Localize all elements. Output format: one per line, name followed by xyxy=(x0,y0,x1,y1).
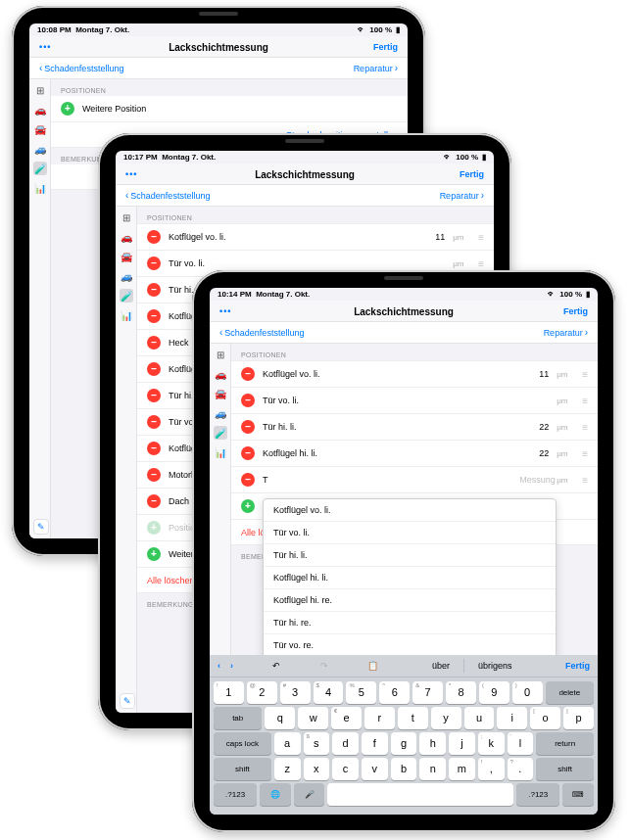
key-o[interactable]: [o xyxy=(530,707,560,729)
sidebar-icon-1[interactable]: ⊞ xyxy=(120,210,133,224)
key-i[interactable]: i xyxy=(497,707,527,729)
sidebar-icon-5[interactable]: 🧪 xyxy=(33,162,47,175)
key-,[interactable]: !, xyxy=(478,758,505,780)
key-shift[interactable]: shift xyxy=(214,758,271,780)
minus-icon[interactable]: – xyxy=(147,309,161,323)
key-z[interactable]: z xyxy=(274,758,301,780)
sidebar-icon-6[interactable]: 📊 xyxy=(120,308,133,322)
key-7[interactable]: &7 xyxy=(412,681,443,704)
minus-icon[interactable]: – xyxy=(147,362,161,376)
key-.?123[interactable]: .?123 xyxy=(516,783,559,806)
key-blank[interactable] xyxy=(327,783,513,806)
minus-icon[interactable]: – xyxy=(241,420,255,434)
key-u[interactable]: u xyxy=(464,707,495,729)
edit-button[interactable]: ✎ xyxy=(33,519,49,535)
key-9[interactable]: (9 xyxy=(479,681,509,704)
sidebar-icon-4[interactable]: 🚙 xyxy=(33,142,47,156)
sidebar-icon-1[interactable]: ⊞ xyxy=(214,348,227,361)
table-row[interactable]: –Kotflügel hi. li.22μm≡ xyxy=(231,441,598,467)
minus-icon[interactable]: – xyxy=(241,473,255,487)
key-k[interactable]: ;k xyxy=(478,732,505,755)
key-j[interactable]: j xyxy=(449,732,475,755)
key-c[interactable]: c xyxy=(332,758,359,780)
sidebar-icon-2[interactable]: 🚗 xyxy=(120,230,133,244)
kb-undo-icon[interactable]: ↶ xyxy=(272,661,280,671)
edit-button[interactable]: ✎ xyxy=(120,693,135,709)
sidebar-icon-5[interactable]: 🧪 xyxy=(214,426,227,440)
key-t[interactable]: t xyxy=(398,707,428,729)
more-button[interactable]: ••• xyxy=(219,306,231,316)
kb-suggestions[interactable]: überübrigens xyxy=(418,659,526,673)
key-shift[interactable]: shift xyxy=(536,758,594,780)
row-value[interactable]: 11 xyxy=(415,232,445,242)
key-⌨[interactable]: ⌨ xyxy=(562,783,594,806)
minus-icon[interactable]: – xyxy=(147,336,161,350)
key-l[interactable]: 'l xyxy=(508,732,534,755)
sidebar-icon-5[interactable]: 🧪 xyxy=(120,289,133,303)
sidebar-icon-3[interactable]: 🚘 xyxy=(214,387,227,400)
minus-icon[interactable]: – xyxy=(147,494,161,508)
key-.[interactable]: ?. xyxy=(508,758,534,780)
key-tab[interactable]: tab xyxy=(214,707,262,729)
row-value[interactable]: 22 xyxy=(519,448,549,458)
key-4[interactable]: $4 xyxy=(314,681,344,704)
back-link[interactable]: ‹Schadenfeststellung xyxy=(39,63,123,73)
key-0[interactable]: )0 xyxy=(512,681,543,704)
done-button[interactable]: Fertig xyxy=(460,169,484,179)
key-h[interactable]: h xyxy=(419,732,446,755)
grip-icon[interactable]: ≡ xyxy=(478,232,484,243)
key-a[interactable]: a xyxy=(274,732,301,755)
sidebar-icon-3[interactable]: 🚘 xyxy=(120,250,133,263)
dropdown-option[interactable]: Tür vo. re. xyxy=(264,634,556,655)
row-value[interactable]: 11 xyxy=(519,369,549,379)
kb-next-icon[interactable]: › xyxy=(230,661,233,671)
minus-icon[interactable]: – xyxy=(147,257,161,270)
table-row[interactable]: –Kotflügel vo. li.11μm≡ xyxy=(137,223,494,251)
key-v[interactable]: v xyxy=(362,758,388,780)
minus-icon[interactable]: – xyxy=(241,446,255,460)
kb-prev-icon[interactable]: ‹ xyxy=(218,661,220,671)
minus-icon[interactable]: – xyxy=(147,442,161,455)
add-position-row[interactable]: + Weitere Position xyxy=(51,96,408,122)
key-m[interactable]: m xyxy=(449,758,475,780)
grip-icon[interactable]: ≡ xyxy=(582,448,588,459)
dropdown-option[interactable]: Kotflügel hi. re. xyxy=(264,589,556,612)
typing-input[interactable]: T xyxy=(263,475,511,485)
forward-link[interactable]: Reparatur› xyxy=(440,190,484,201)
key-delete[interactable]: delete xyxy=(546,681,594,704)
minus-icon[interactable]: – xyxy=(147,415,161,429)
key-2[interactable]: @2 xyxy=(247,681,277,704)
sidebar-icon-6[interactable]: 📊 xyxy=(214,445,227,459)
key-p[interactable]: ]p xyxy=(563,707,594,729)
key-s[interactable]: ßs xyxy=(304,732,330,755)
table-row[interactable]: –Tür vo. li.μm≡ xyxy=(231,388,598,414)
grip-icon[interactable]: ≡ xyxy=(582,422,588,433)
done-button[interactable]: Fertig xyxy=(563,306,588,316)
grip-icon[interactable]: ≡ xyxy=(582,369,588,380)
minus-icon[interactable]: – xyxy=(147,230,161,244)
back-link[interactable]: ‹Schadenfeststellung xyxy=(125,190,210,201)
kb-clipboard-icon[interactable]: 📋 xyxy=(367,661,378,671)
key-1[interactable]: !1 xyxy=(214,681,244,704)
key-r[interactable]: r xyxy=(364,707,395,729)
sidebar-icon-2[interactable]: 🚗 xyxy=(33,103,47,117)
key-g[interactable]: g xyxy=(391,732,417,755)
key-x[interactable]: x xyxy=(304,758,330,780)
key-return[interactable]: return xyxy=(536,732,594,755)
key-🌐[interactable]: 🌐 xyxy=(260,783,291,806)
table-row[interactable]: –Kotflügel vo. li.11μm≡ xyxy=(231,360,598,388)
more-button[interactable]: ••• xyxy=(39,42,51,52)
sidebar-icon-4[interactable]: 🚙 xyxy=(120,269,133,283)
table-row[interactable]: –Tür hi. li.22μm≡ xyxy=(231,414,598,441)
key-y[interactable]: y xyxy=(431,707,461,729)
dropdown-option[interactable]: Tür vo. li. xyxy=(264,522,556,544)
row-value[interactable]: 22 xyxy=(519,422,549,432)
minus-icon[interactable]: – xyxy=(147,283,161,297)
sidebar-icon-6[interactable]: 📊 xyxy=(33,181,47,195)
dropdown-option[interactable]: Tür hi. re. xyxy=(264,612,556,634)
minus-icon[interactable]: – xyxy=(147,389,161,402)
grip-icon[interactable]: ≡ xyxy=(582,475,588,486)
minus-icon[interactable]: – xyxy=(241,367,255,381)
key-f[interactable]: f xyxy=(362,732,388,755)
key-e[interactable]: €e xyxy=(331,707,362,729)
